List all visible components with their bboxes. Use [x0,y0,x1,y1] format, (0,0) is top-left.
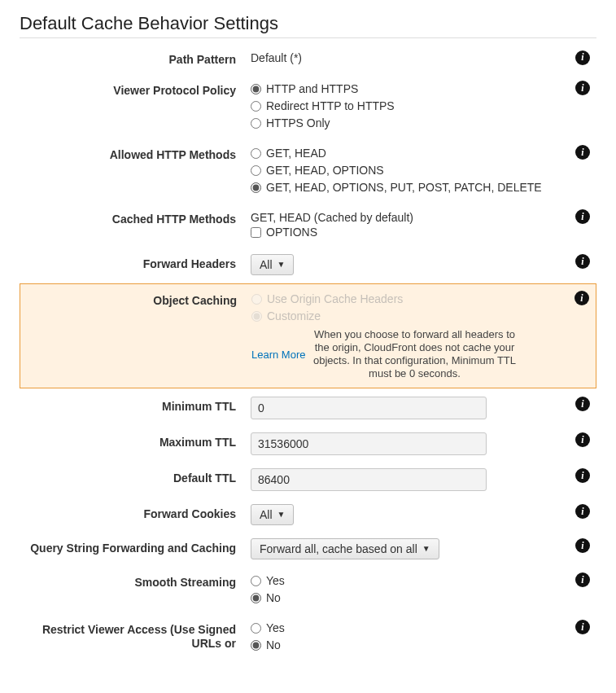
info-icon[interactable]: i [575,209,590,224]
row-allowed-methods: Allowed HTTP Methods GET, HEAD GET, HEAD… [20,138,596,203]
radio-use-origin-headers [251,294,262,305]
dropdown-value: All [260,258,273,271]
info-icon[interactable]: i [575,432,590,447]
row-default-ttl: Default TTL i [20,462,596,498]
info-icon[interactable]: i [575,81,590,95]
label-forward-headers: Forward Headers [23,254,251,272]
row-query-string: Query String Forwarding and Caching Forw… [20,532,596,566]
radio-label: Yes [266,572,285,590]
row-object-caching: Object Caching Use Origin Cache Headers … [20,283,596,388]
radio-label: HTTPS Only [266,115,330,132]
dropdown-query-string[interactable]: Forward all, cache based on all ▼ [251,538,439,559]
radio-label: GET, HEAD, OPTIONS [266,162,384,179]
radio-label: Use Origin Cache Headers [267,291,403,308]
chevron-down-icon: ▼ [277,510,286,519]
info-icon[interactable]: i [575,620,590,634]
label-restrict-viewer: Restrict Viewer Access (Use Signed URLs … [23,620,251,651]
radio-label: GET, HEAD [266,145,326,162]
row-cached-methods: Cached HTTP Methods GET, HEAD (Cached by… [20,203,596,248]
radio-smooth-yes[interactable] [251,576,261,586]
info-icon[interactable]: i [575,50,590,65]
dropdown-value: All [260,508,273,521]
section-title: Default Cache Behavior Settings [20,13,596,38]
radio-https-only[interactable] [251,118,261,129]
radio-customize [251,311,262,322]
info-icon[interactable]: i [574,291,589,305]
label-viewer-protocol: Viewer Protocol Policy [23,81,251,99]
info-icon[interactable]: i [575,397,590,411]
radio-label: Yes [266,620,285,637]
value-path-pattern: Default (*) [251,50,561,64]
radio-label: HTTP and HTTPS [266,81,358,98]
object-caching-note: When you choose to forward all headers t… [308,328,520,381]
row-minimum-ttl: Minimum TTL i [20,390,596,426]
label-allowed-methods: Allowed HTTP Methods [23,145,251,163]
info-icon[interactable]: i [575,504,590,519]
input-minimum-ttl[interactable] [251,397,487,419]
info-icon[interactable]: i [575,254,590,269]
dropdown-forward-headers[interactable]: All ▼ [251,254,294,275]
label-query-string: Query String Forwarding and Caching [23,538,251,556]
dropdown-value: Forward all, cache based on all [260,542,417,555]
radio-label: Customize [267,308,321,325]
row-restrict-viewer: Restrict Viewer Access (Use Signed URLs … [20,613,596,660]
row-forward-headers: Forward Headers All ▼ i [20,248,596,282]
input-default-ttl[interactable] [251,468,487,491]
label-minimum-ttl: Minimum TTL [23,397,251,414]
row-path-pattern: Path Pattern Default (*) i [20,43,596,74]
radio-get-head[interactable] [251,148,261,159]
cached-default-text: GET, HEAD (Cached by default) [251,209,561,224]
radio-restrict-yes[interactable] [251,623,261,634]
label-smooth-streaming: Smooth Streaming [23,572,251,590]
radio-restrict-no[interactable] [251,640,261,651]
label-default-ttl: Default TTL [23,468,251,486]
chevron-down-icon: ▼ [422,544,430,553]
info-icon[interactable]: i [575,145,590,160]
dropdown-forward-cookies[interactable]: All ▼ [251,504,294,525]
row-forward-cookies: Forward Cookies All ▼ i [20,498,596,532]
info-icon[interactable]: i [575,538,590,553]
radio-smooth-no[interactable] [251,593,261,603]
label-object-caching: Object Caching [24,291,251,309]
label-maximum-ttl: Maximum TTL [23,432,251,450]
info-icon[interactable]: i [575,468,590,483]
label-path-pattern: Path Pattern [23,50,251,68]
learn-more-link[interactable]: Learn More [251,349,305,361]
row-maximum-ttl: Maximum TTL i [20,426,596,462]
radio-label: Redirect HTTP to HTTPS [266,98,395,115]
chevron-down-icon: ▼ [277,260,286,269]
row-smooth-streaming: Smooth Streaming Yes No i [20,566,596,613]
radio-redirect-https[interactable] [251,101,261,112]
radio-label: No [266,590,281,607]
radio-label: GET, HEAD, OPTIONS, PUT, POST, PATCH, DE… [266,179,542,196]
radio-label: No [266,637,281,654]
checkbox-options[interactable] [251,227,261,238]
input-maximum-ttl[interactable] [251,432,487,455]
row-viewer-protocol: Viewer Protocol Policy HTTP and HTTPS Re… [20,74,596,138]
radio-get-head-options[interactable] [251,165,261,176]
radio-http-and-https[interactable] [251,84,261,94]
label-cached-methods: Cached HTTP Methods [23,209,251,227]
radio-all-methods[interactable] [251,182,261,193]
label-forward-cookies: Forward Cookies [23,504,251,522]
checkbox-label: OPTIONS [266,224,317,241]
info-icon[interactable]: i [575,572,590,587]
